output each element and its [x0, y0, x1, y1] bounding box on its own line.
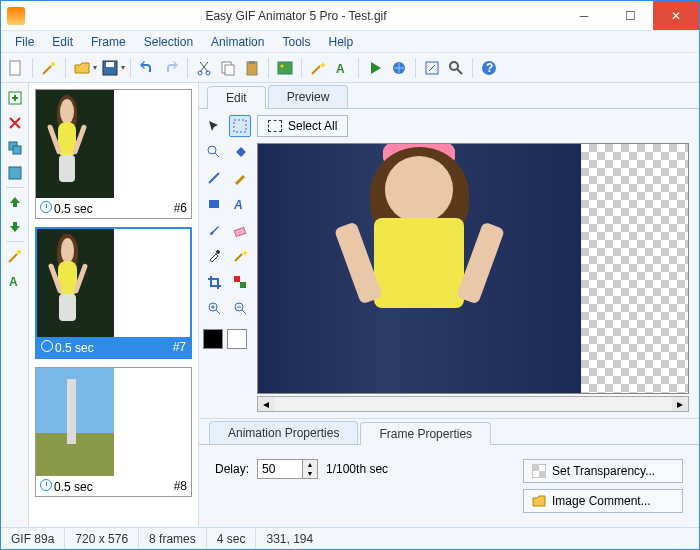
add-frame-icon[interactable] — [4, 87, 26, 109]
svg-point-11 — [281, 64, 284, 67]
horizontal-scrollbar[interactable]: ◂ ▸ — [257, 396, 689, 412]
effects-icon[interactable] — [307, 57, 329, 79]
save-icon[interactable] — [99, 57, 121, 79]
transparency-icon — [532, 464, 546, 478]
minimize-button[interactable]: ─ — [561, 1, 607, 30]
menu-tools[interactable]: Tools — [274, 33, 318, 51]
frame-item[interactable]: 0.5 sec#6 — [35, 89, 192, 219]
clock-icon — [40, 201, 52, 213]
menu-frame[interactable]: Frame — [83, 33, 134, 51]
eyedropper-tool-icon[interactable] — [203, 245, 225, 267]
open-dropdown[interactable]: ▾ — [93, 63, 97, 72]
new-icon[interactable] — [5, 57, 27, 79]
play-icon[interactable] — [364, 57, 386, 79]
preview-browser-icon[interactable] — [388, 57, 410, 79]
text-tool-icon[interactable]: A — [229, 193, 251, 215]
spin-up-icon[interactable]: ▲ — [303, 460, 317, 469]
menu-file[interactable]: File — [7, 33, 42, 51]
open-icon[interactable] — [71, 57, 93, 79]
foreground-color[interactable] — [203, 329, 223, 349]
canvas[interactable] — [257, 143, 689, 394]
text-icon[interactable]: A — [331, 57, 353, 79]
copy-icon[interactable] — [217, 57, 239, 79]
svg-point-31 — [216, 250, 220, 254]
resize-icon[interactable] — [421, 57, 443, 79]
eraser-tool-icon[interactable] — [229, 219, 251, 241]
marquee-icon — [268, 120, 282, 132]
menu-edit[interactable]: Edit — [44, 33, 81, 51]
frame-list[interactable]: 0.5 sec#6 0.5 sec#7 0.5 sec#8 — [29, 83, 199, 527]
line-tool-icon[interactable] — [203, 167, 225, 189]
delay-spinner[interactable]: ▲▼ — [257, 459, 318, 479]
cut-icon[interactable] — [193, 57, 215, 79]
frame-effects-icon[interactable] — [4, 245, 26, 267]
svg-rect-26 — [234, 120, 246, 132]
titlebar: Easy GIF Animator 5 Pro - Test.gif ─ ☐ ✕ — [1, 1, 699, 31]
color-replace-icon[interactable] — [229, 271, 251, 293]
rect-tool-icon[interactable] — [203, 193, 225, 215]
clock-icon — [40, 479, 52, 491]
wand-tool-icon[interactable] — [229, 245, 251, 267]
tab-frame-properties[interactable]: Frame Properties — [360, 422, 491, 445]
delay-input[interactable] — [258, 460, 302, 478]
save-dropdown[interactable]: ▾ — [121, 63, 125, 72]
status-duration: 4 sec — [207, 528, 257, 549]
help-icon[interactable]: ? — [478, 57, 500, 79]
search-icon[interactable] — [445, 57, 467, 79]
brush-tool-icon[interactable] — [203, 219, 225, 241]
tab-preview[interactable]: Preview — [268, 85, 349, 108]
zoom-tool-icon[interactable] — [203, 141, 225, 163]
background-color[interactable] — [227, 329, 247, 349]
wizard-icon[interactable] — [38, 57, 60, 79]
maximize-button[interactable]: ☐ — [607, 1, 653, 30]
crop-tool-icon[interactable] — [203, 271, 225, 293]
tool-palette: A — [199, 109, 257, 418]
editor-tabs: Edit Preview — [199, 83, 699, 109]
marquee-tool-icon[interactable] — [229, 115, 251, 137]
paste-icon[interactable] — [241, 57, 263, 79]
tab-animation-properties[interactable]: Animation Properties — [209, 421, 358, 444]
edit-frame-icon[interactable] — [4, 162, 26, 184]
set-transparency-button[interactable]: Set Transparency... — [523, 459, 683, 483]
svg-rect-10 — [278, 62, 292, 74]
svg-rect-22 — [13, 203, 17, 207]
frame-text-icon[interactable]: A — [4, 270, 26, 292]
svg-rect-20 — [13, 146, 21, 154]
menu-animation[interactable]: Animation — [203, 33, 272, 51]
clock-icon — [41, 340, 53, 352]
menubar: File Edit Frame Selection Animation Tool… — [1, 31, 699, 53]
svg-text:A: A — [233, 198, 243, 211]
move-up-icon[interactable] — [4, 191, 26, 213]
redo-icon[interactable] — [160, 57, 182, 79]
image-icon[interactable] — [274, 57, 296, 79]
duplicate-frame-icon[interactable] — [4, 137, 26, 159]
color-swatches — [203, 329, 247, 349]
frame-item-selected[interactable]: 0.5 sec#7 — [35, 227, 192, 359]
canvas-image — [258, 144, 581, 393]
pointer-tool-icon[interactable] — [203, 115, 225, 137]
close-button[interactable]: ✕ — [653, 1, 699, 30]
svg-rect-30 — [234, 227, 245, 236]
window-title: Easy GIF Animator 5 Pro - Test.gif — [31, 9, 561, 23]
svg-rect-32 — [234, 276, 240, 282]
zoom-in-icon[interactable] — [203, 297, 225, 319]
pencil-tool-icon[interactable] — [229, 167, 251, 189]
zoom-out-icon[interactable] — [229, 297, 251, 319]
select-all-button[interactable]: Select All — [257, 115, 348, 137]
spin-down-icon[interactable]: ▼ — [303, 469, 317, 478]
move-down-icon[interactable] — [4, 216, 26, 238]
fill-tool-icon[interactable] — [229, 141, 251, 163]
image-comment-button[interactable]: Image Comment... — [523, 489, 683, 513]
main-toolbar: ▾ ▾ A ? — [1, 53, 699, 83]
menu-selection[interactable]: Selection — [136, 33, 201, 51]
frame-item[interactable]: 0.5 sec#8 — [35, 367, 192, 497]
tab-edit[interactable]: Edit — [207, 86, 266, 109]
menu-help[interactable]: Help — [320, 33, 361, 51]
scroll-left-icon[interactable]: ◂ — [258, 397, 274, 411]
delete-frame-icon[interactable] — [4, 112, 26, 134]
scroll-right-icon[interactable]: ▸ — [672, 397, 688, 411]
svg-text:A: A — [336, 62, 345, 76]
svg-point-1 — [51, 62, 55, 66]
undo-icon[interactable] — [136, 57, 158, 79]
status-framecount: 8 frames — [139, 528, 207, 549]
